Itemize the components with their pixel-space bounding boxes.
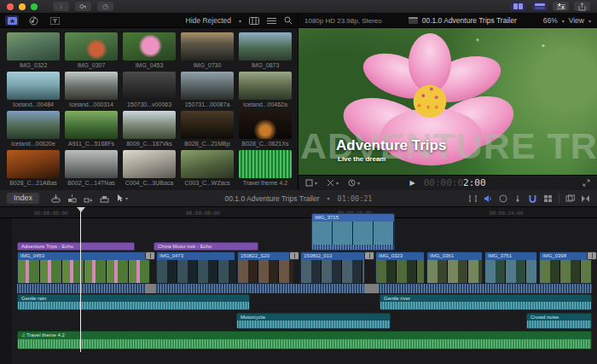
video-clip[interactable]: IMG_0323 <box>375 251 425 284</box>
audio-clip[interactable]: Gentle river <box>380 294 592 310</box>
libraries-sidebar-button[interactable] <box>5 15 19 26</box>
media-thumbnail[interactable] <box>239 72 292 100</box>
timeline-ruler[interactable]: 00:00:00:00 00:00:08:00 00:00:16:00 00:0… <box>0 207 597 218</box>
tools-dropdown[interactable]: ▾ <box>116 194 128 203</box>
share-button[interactable] <box>574 2 590 11</box>
key-icon <box>79 3 87 10</box>
video-clip[interactable]: IMG_0453 <box>17 251 150 284</box>
transition-icon[interactable] <box>289 251 299 260</box>
media-thumbnail[interactable] <box>123 150 176 178</box>
play-button[interactable]: ▶ <box>409 179 414 187</box>
effects-browser-button[interactable] <box>565 194 575 203</box>
overwrite-edit-button[interactable] <box>100 194 109 203</box>
audio-clip[interactable]: Crowd noise <box>526 313 592 329</box>
audio-waveform <box>18 339 591 350</box>
playhead[interactable] <box>80 207 81 352</box>
audio-clip[interactable]: Motorcycle <box>236 313 391 329</box>
media-thumbnail[interactable] <box>123 32 176 61</box>
transition-icon[interactable] <box>364 251 374 260</box>
video-clip[interactable]: IMG_0473 <box>156 251 235 284</box>
inspector-toggle-button[interactable] <box>553 2 569 11</box>
media-thumbnail[interactable] <box>239 150 292 178</box>
effects-popup-button[interactable]: ▾ <box>327 179 339 187</box>
zoom-level-dropdown[interactable]: 66% <box>543 16 558 25</box>
media-thumbnail[interactable] <box>181 111 234 139</box>
close-window-button[interactable] <box>7 3 14 10</box>
audio-clip[interactable]: Gentle rain <box>17 294 250 310</box>
music-note-icon: ♫ <box>21 332 26 338</box>
video-clip[interactable]: 150802_013 <box>300 251 365 284</box>
media-label: B028_C...21MBp <box>181 139 234 149</box>
trim-tool-button[interactable] <box>468 194 478 203</box>
media-thumbnail[interactable] <box>181 150 234 178</box>
media-item: Iceland...00462a <box>239 72 292 111</box>
chevron-down-icon: ▾ <box>336 180 339 186</box>
video-clip[interactable]: IMG_3751 <box>484 251 537 284</box>
media-thumbnail[interactable] <box>7 150 60 178</box>
transition-icon[interactable] <box>587 251 597 260</box>
import-media-button[interactable]: ↓ <box>53 2 69 11</box>
timeline-project-dropdown[interactable]: 00.1.0 Adventure Trips Trailer <box>225 194 320 203</box>
media-thumbnail[interactable] <box>65 150 118 178</box>
transition-icon[interactable] <box>145 251 155 260</box>
media-thumbnail[interactable] <box>65 32 118 61</box>
append-edit-button[interactable] <box>84 194 93 203</box>
media-thumbnail[interactable] <box>65 72 118 100</box>
viewer-video[interactable]: ADVENTURE TRIPS Adventure Trips Live the… <box>298 28 597 175</box>
media-item: IMG_0307 <box>65 32 118 72</box>
zoom-window-button[interactable] <box>31 3 38 10</box>
minimize-window-button[interactable] <box>19 3 26 10</box>
music-clip[interactable]: ♫ Travel theme 4.2 <box>17 331 592 350</box>
search-button[interactable] <box>284 16 293 25</box>
media-thumbnail[interactable] <box>7 111 60 139</box>
filmstrip-view-button[interactable] <box>249 17 259 25</box>
expand-icon <box>583 179 590 187</box>
clip-name: Gentle rain <box>18 295 249 302</box>
clip-appearance-button[interactable] <box>543 194 553 203</box>
media-thumbnail[interactable] <box>65 111 118 139</box>
list-view-button[interactable] <box>267 17 276 25</box>
media-item: B002_C...14TNas <box>65 150 118 189</box>
ruler-timecode: 00:00:00:00 <box>34 210 68 216</box>
media-item: A911_C...5168Fs <box>65 111 118 150</box>
browser-toggle-button[interactable] <box>510 2 526 11</box>
title-clip[interactable]: China Motor trek - Echo <box>154 242 258 251</box>
timeline-toggle-button[interactable] <box>531 2 548 11</box>
media-thumbnail[interactable] <box>123 72 176 100</box>
video-clip[interactable]: 150822_S20 <box>237 251 293 284</box>
media-thumbnail[interactable] <box>123 111 176 139</box>
media-thumbnail[interactable] <box>239 111 292 139</box>
media-thumbnail[interactable] <box>7 32 60 61</box>
titles-generators-sidebar-button[interactable] <box>48 15 61 26</box>
snapping-button[interactable] <box>528 194 537 203</box>
filter-dropdown[interactable]: Hide Rejected <box>186 16 231 25</box>
libraries-icon <box>8 17 17 25</box>
media-thumbnail[interactable] <box>181 32 234 61</box>
background-tasks-button[interactable]: ◷ <box>97 2 113 11</box>
photos-audio-sidebar-button[interactable] <box>26 15 40 26</box>
solo-button[interactable] <box>499 194 507 203</box>
view-dropdown[interactable]: View <box>569 16 584 25</box>
skimming-button[interactable] <box>513 194 522 203</box>
media-thumbnail[interactable] <box>181 72 234 100</box>
keyword-editor-button[interactable] <box>75 2 91 11</box>
transform-popup-button[interactable]: ▾ <box>305 179 317 187</box>
fullscreen-button[interactable] <box>583 179 590 187</box>
chevron-down-icon: ▾ <box>357 180 360 186</box>
video-clip[interactable]: IMG_0361 <box>426 251 483 284</box>
retime-popup-button[interactable]: ▾ <box>348 179 360 187</box>
insert-edit-button[interactable] <box>67 194 77 203</box>
connect-edit-button[interactable] <box>51 194 61 203</box>
clip-name: IMG_3715 <box>312 214 394 222</box>
connected-clip[interactable]: IMG_3715 <box>311 213 395 251</box>
transitions-browser-button[interactable] <box>581 194 590 203</box>
index-button[interactable]: Index <box>7 193 39 205</box>
title-clip[interactable]: Adventure Trips - Echo <box>17 242 135 251</box>
share-icon <box>578 3 586 11</box>
media-thumbnail[interactable] <box>239 32 292 61</box>
playhead-handle[interactable] <box>77 207 85 212</box>
clip-filmstrip <box>157 260 235 284</box>
media-thumbnail[interactable] <box>7 72 60 100</box>
audio-skimming-button[interactable] <box>484 194 493 203</box>
video-clip[interactable]: IMG_0398 <box>539 251 592 284</box>
